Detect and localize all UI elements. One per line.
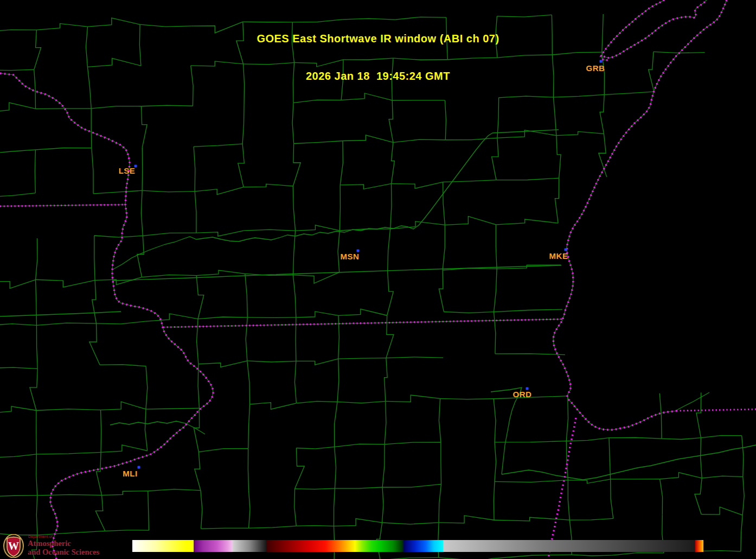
county-line (248, 404, 250, 449)
county-line (198, 317, 247, 319)
station-label-GRB: GRB (586, 63, 605, 73)
county-line (296, 225, 340, 231)
county-line (30, 369, 37, 410)
county-line (142, 106, 148, 148)
county-line (440, 398, 494, 399)
county-line (555, 178, 559, 223)
county-line (702, 476, 743, 478)
county-line (660, 479, 663, 515)
county-line (35, 150, 35, 193)
county-line (195, 192, 196, 233)
county-line (293, 144, 300, 186)
county-line (566, 396, 568, 441)
county-line (676, 392, 709, 410)
county-line (36, 410, 37, 454)
county-line (338, 231, 339, 272)
county-line (702, 551, 741, 551)
county-line (197, 319, 198, 364)
county-line (294, 489, 296, 526)
county-line (439, 270, 444, 312)
station-label-ORD: ORD (513, 390, 532, 399)
county-line (201, 491, 202, 529)
county-line (195, 187, 244, 195)
county-line (495, 480, 568, 482)
county-line (385, 401, 386, 444)
county-line (94, 236, 95, 280)
county-line (293, 275, 296, 317)
station-dot-GRB (600, 60, 603, 63)
county-line (612, 552, 664, 555)
county-line (495, 354, 565, 355)
county-line (296, 401, 337, 403)
county-line (334, 488, 335, 526)
county-line (439, 398, 440, 442)
svg-text:W: W (8, 540, 19, 552)
county-line (556, 131, 604, 135)
county-line (611, 479, 613, 519)
county-line (194, 147, 195, 192)
county-line (244, 230, 296, 231)
station-label-MLI: MLI (123, 469, 137, 478)
county-line (340, 141, 343, 185)
county-line (494, 399, 496, 442)
county-line (37, 494, 102, 495)
county-line (609, 437, 662, 439)
county-line (494, 269, 497, 312)
county-line (494, 309, 562, 312)
county-line (142, 275, 197, 277)
logo-name-line2: and Oceanic Sciences (28, 548, 99, 556)
county-line (296, 312, 338, 317)
county-line (335, 487, 382, 488)
county-line (566, 438, 609, 441)
county-line (145, 314, 198, 321)
county-line (295, 488, 335, 490)
county-line (248, 449, 248, 491)
county-line (445, 217, 496, 225)
county-line (338, 309, 387, 315)
county-line (609, 438, 611, 479)
county-line (392, 182, 443, 188)
county-line (502, 445, 756, 480)
county-line (335, 444, 385, 447)
county-line (194, 144, 242, 147)
county-line (439, 484, 441, 523)
county-line (491, 555, 572, 558)
county-line (101, 445, 148, 453)
logo-dept-line: Department of (28, 535, 99, 538)
county-line (198, 449, 248, 452)
county-line (0, 280, 36, 288)
county-line (0, 454, 36, 458)
county-line (0, 324, 36, 326)
county-line (662, 438, 701, 440)
county-line (35, 148, 91, 150)
county-line (36, 496, 37, 535)
county-line (386, 395, 440, 402)
county-line (36, 280, 95, 287)
county-line (145, 409, 147, 451)
county-line (292, 103, 294, 143)
station-dot-MLI (138, 466, 140, 469)
county-line (382, 444, 385, 487)
county-line (385, 358, 387, 402)
county-line (148, 491, 149, 531)
county-line (568, 479, 610, 484)
county-line (36, 454, 37, 496)
county-line (196, 231, 244, 236)
county-line (94, 236, 143, 237)
station-label-MKE: MKE (549, 251, 568, 261)
county-line (0, 193, 35, 197)
county-line (334, 519, 382, 526)
county-line (388, 229, 390, 272)
county-line (92, 148, 93, 194)
county-line (36, 280, 37, 325)
county-line (695, 478, 702, 514)
county-line (495, 442, 496, 482)
county-line (93, 190, 142, 194)
county-line (340, 183, 391, 189)
county-line (556, 136, 561, 179)
county-line (337, 359, 339, 402)
county-line (101, 402, 146, 410)
county-line (238, 144, 245, 187)
county-line (494, 312, 496, 354)
county-line (102, 491, 148, 496)
